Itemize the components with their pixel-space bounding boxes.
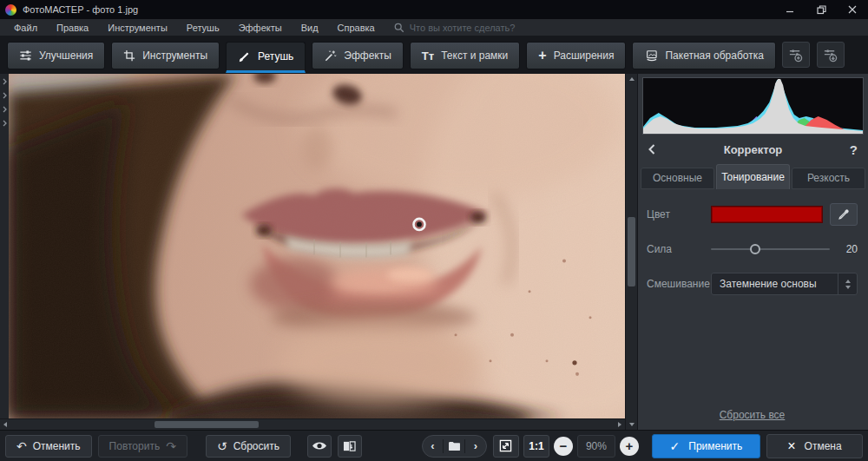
apply-button[interactable]: ✓ Применить [652,434,760,458]
check-icon: ✓ [670,440,681,452]
menu-view[interactable]: Вид [301,23,319,33]
photo-image [9,74,625,418]
vertical-scrollbar-thumb[interactable] [628,217,635,286]
maximize-button[interactable] [806,0,837,19]
reset-button[interactable]: ↺ Сбросить [206,435,291,458]
panel-tab-sharpness[interactable]: Резкость [792,168,865,189]
strength-row: Сила 20 [647,238,858,260]
prev-photo-button[interactable]: ‹ [423,435,444,458]
tab-batch-processing[interactable]: Пакетная обработка [632,42,775,69]
strength-slider-handle[interactable] [750,244,760,254]
help-button[interactable]: ? [845,142,858,157]
next-photo-button[interactable]: › [465,435,486,458]
search-box[interactable] [394,23,575,33]
eye-icon [312,440,327,451]
tab-text-frames[interactable]: Тт Текст и рамки [410,42,520,69]
titlebar: ФотоМАСТЕР - фото 1.jpg [0,0,868,19]
redo-button[interactable]: Повторить ↷ [98,435,187,458]
show-original-button[interactable] [307,435,332,458]
download-preset-button[interactable] [817,42,845,68]
tab-effects[interactable]: Эффекты [312,42,404,69]
zoom-out-button[interactable]: − [554,437,573,456]
spinner-icon[interactable] [838,273,857,294]
preset-download-icon [823,48,838,63]
panel-tab-basic[interactable]: Основные [641,168,714,189]
scroll-left-icon[interactable] [0,419,10,430]
apply-label: Применить [688,440,742,452]
brush-icon [238,50,251,63]
photos-stack-icon [644,49,658,62]
scroll-up-icon[interactable] [626,74,637,84]
open-folder-button[interactable] [444,435,464,458]
color-label: Цвет [647,208,704,221]
folder-icon [448,441,461,451]
minus-icon: − [560,439,568,452]
reset-all-link[interactable]: Сбросить все [720,409,786,423]
photomaster-window: ФотоМАСТЕР - фото 1.jpg Файл Правка Инст… [0,0,868,461]
tab-improvements[interactable]: Улучшения [7,42,105,69]
menu-file[interactable]: Файл [14,23,37,33]
chevron-right-icon [3,92,7,99]
chevron-right-icon [3,78,7,85]
menu-edit[interactable]: Правка [56,23,89,33]
fit-screen-button[interactable] [493,435,519,458]
undo-icon: ↶ [16,440,27,452]
minimize-button[interactable] [774,0,806,19]
horizontal-scrollbar-thumb[interactable] [155,421,259,428]
cancel-label: Отмена [805,440,842,452]
menu-effects[interactable]: Эффекты [239,23,282,33]
redo-label: Повторить [109,440,161,452]
x-icon: × [787,439,795,453]
eyedropper-icon [838,208,850,221]
histogram [642,77,864,135]
chevron-right-icon [3,120,7,127]
histogram-chart [643,78,863,134]
tab-label: Инструменты [142,49,207,62]
menu-tools[interactable]: Инструменты [108,23,168,33]
panel-header: Корректор ? [638,136,868,162]
panel-title: Корректор [661,143,845,156]
tab-extensions[interactable]: + Расширения [526,42,626,69]
scroll-right-icon[interactable] [615,419,625,430]
search-input[interactable] [410,23,575,33]
maximize-icon [817,5,826,15]
panel-body: Цвет Сила 20 Смешивание [638,189,868,430]
blend-select[interactable]: Затемнение основы [711,273,858,295]
horizontal-scrollbar[interactable] [0,418,625,430]
tab-retouch[interactable]: Ретушь [226,42,306,73]
menu-retouch[interactable]: Ретушь [187,23,220,33]
undo-button[interactable]: ↶ Отменить [5,435,92,458]
chevron-left-icon [648,144,655,155]
main-area: Корректор ? Основные Тонирование Резкост… [0,74,868,430]
photo-canvas[interactable] [9,74,625,418]
menu-help[interactable]: Справка [338,23,375,33]
tab-label: Пакетная обработка [665,49,763,62]
scroll-down-icon[interactable] [626,419,637,430]
add-preset-button[interactable] [782,42,810,68]
back-button[interactable] [648,144,661,155]
blend-row: Смешивание Затемнение основы [647,273,858,295]
chevron-right-icon [3,106,7,113]
tab-label: Эффекты [344,49,391,62]
color-swatch[interactable] [711,206,823,223]
strength-slider[interactable] [711,238,830,260]
tab-label: Улучшения [39,49,93,62]
right-panel: Корректор ? Основные Тонирование Резкост… [637,74,868,430]
eyedropper-button[interactable] [830,203,858,226]
window-title: ФотоМАСТЕР - фото 1.jpg [23,4,138,15]
close-button[interactable] [837,0,868,19]
tabbar-right: Сохранить [782,42,868,68]
zoom-100-button[interactable]: 1:1 [523,435,549,458]
panel-tab-toning[interactable]: Тонирование [716,164,790,189]
tab-tools[interactable]: Инструменты [111,42,220,69]
menubar: Файл Правка Инструменты Ретушь Эффекты В… [0,19,868,36]
compare-view-button[interactable] [338,435,362,458]
collapsed-panel-strip[interactable] [0,74,9,418]
plus-icon: + [538,48,546,63]
crop-icon [123,49,135,62]
reset-icon: ↺ [217,440,227,452]
vertical-scrollbar[interactable] [625,74,637,430]
cancel-button[interactable]: × Отмена [766,434,863,458]
before-after-icon [343,440,356,452]
zoom-in-button[interactable]: + [620,437,639,456]
